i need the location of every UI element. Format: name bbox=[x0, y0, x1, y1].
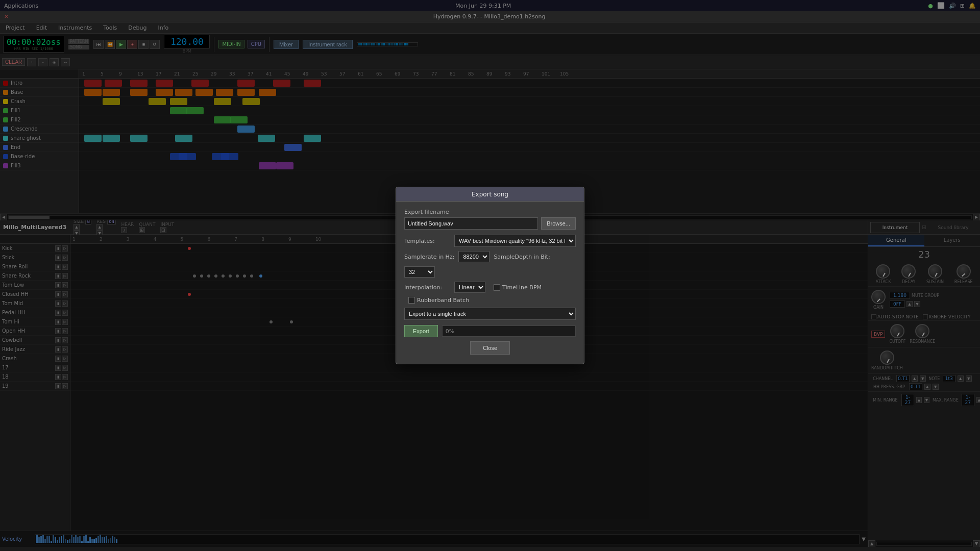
export-btn[interactable]: Export bbox=[404, 325, 438, 337]
interpolation-select[interactable]: Linear None bbox=[454, 282, 485, 293]
export-dialog-title: Export song bbox=[396, 187, 584, 202]
export-dialog: Export song Export filename Browse... Te… bbox=[396, 187, 584, 364]
templates-label: Templates: bbox=[404, 238, 450, 244]
filename-input-row: Browse... bbox=[404, 217, 576, 230]
export-dialog-body: Export filename Browse... Templates: WAV… bbox=[396, 202, 584, 364]
export-dialog-overlay: Export song Export filename Browse... Te… bbox=[0, 0, 980, 551]
filename-input[interactable] bbox=[404, 217, 538, 230]
rubberband-label: Rubberband Batch bbox=[408, 297, 469, 304]
filename-label: Export filename bbox=[404, 209, 576, 215]
sampledepth-select[interactable]: 32 16 24 bbox=[404, 266, 435, 278]
timeline-bpm-checkbox[interactable] bbox=[494, 284, 500, 291]
sample-row: Samplerate in Hz: 88200 44100 96000 Samp… bbox=[404, 251, 576, 278]
track-mode-row: Export to a single track Export each tra… bbox=[404, 308, 576, 320]
export-btn-row: Export 0% bbox=[404, 325, 576, 337]
samplerate-label: Samplerate in Hz: bbox=[404, 254, 454, 260]
track-mode-select[interactable]: Export to a single track Export each tra… bbox=[404, 308, 576, 320]
timeline-bpm-label: TimeLine BPM bbox=[494, 284, 542, 291]
progress-bar: 0% bbox=[442, 325, 576, 337]
rubberband-checkbox[interactable] bbox=[408, 297, 415, 304]
sampledepth-label: SampleDepth in Bit: bbox=[494, 254, 550, 260]
interpolation-label: Interpolation: bbox=[404, 284, 450, 291]
templates-row: Templates: WAV best Mixdown quality "96 … bbox=[404, 235, 576, 247]
filename-group: Export filename Browse... bbox=[404, 209, 576, 230]
samplerate-select[interactable]: 88200 44100 96000 bbox=[458, 251, 489, 262]
rubberband-text: Rubberband Batch bbox=[417, 297, 469, 304]
close-dialog-btn[interactable]: Close bbox=[470, 341, 510, 355]
templates-select[interactable]: WAV best Mixdown quality "96 kHz, 32 bit… bbox=[454, 235, 576, 247]
timeline-bpm-text: TimeLine BPM bbox=[502, 284, 542, 291]
browse-btn[interactable]: Browse... bbox=[541, 217, 576, 230]
interpolation-row: Interpolation: Linear None TimeLine BPM … bbox=[404, 282, 576, 304]
progress-value: 0% bbox=[446, 328, 454, 335]
